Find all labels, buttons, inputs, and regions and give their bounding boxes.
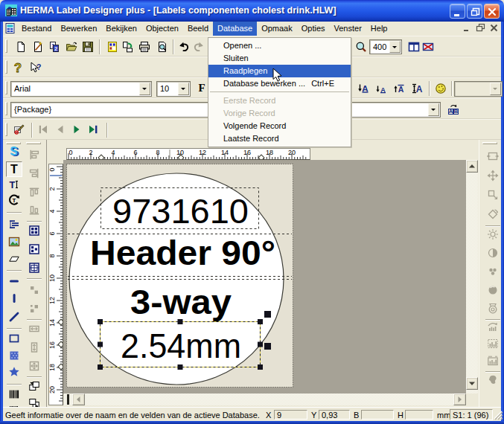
tool-align-top-button[interactable] [26, 184, 42, 200]
design-canvas[interactable]: 9731610 Header 90° 3-way 2.54mm [63, 160, 466, 394]
close-button[interactable] [484, 4, 500, 19]
tool-barcode-button[interactable] [6, 387, 22, 402]
duplicate-button[interactable] [119, 39, 135, 55]
toolbar-gripper[interactable] [5, 102, 7, 115]
tool-star-tool-button[interactable] [6, 364, 22, 380]
font-size-combo[interactable]: 10 [156, 81, 191, 97]
swap-ab-button[interactable]: AB [446, 102, 461, 117]
row-height-button[interactable]: A [409, 81, 424, 96]
view-sphere-button[interactable] [485, 283, 501, 298]
title-bar[interactable]: HERMA Label Designer plus - [Labels comp… [0, 0, 504, 22]
edit-record-button[interactable] [12, 122, 27, 137]
menu-item-opties[interactable]: Opties [297, 22, 330, 36]
pages-12-button[interactable]: 12 [46, 39, 63, 55]
help-button[interactable]: ? [10, 60, 26, 76]
tool-image-tool-button[interactable] [6, 234, 22, 250]
label-text-line2[interactable]: Header 90° [90, 233, 275, 272]
tool-select-s-button[interactable]: SS [6, 144, 22, 160]
context-help-button[interactable]: ? [28, 60, 44, 76]
zoom-level-combo[interactable]: 400 [369, 39, 402, 54]
tool-size-h-button[interactable] [26, 321, 42, 337]
view-chart-arrow-button[interactable] [485, 319, 501, 335]
open-folder-button[interactable] [63, 39, 80, 55]
view-chart-bars-button[interactable] [485, 336, 501, 352]
raise-top-button[interactable]: A [392, 81, 406, 96]
view-contrast-button[interactable] [485, 245, 501, 261]
palette-button[interactable] [433, 81, 448, 96]
toolbar-gripper[interactable] [5, 123, 7, 136]
toolbar-gripper[interactable] [5, 81, 7, 94]
tool-line-diag-button[interactable] [6, 309, 22, 325]
scroll-left-button[interactable] [72, 394, 85, 405]
mdi-document-icon[interactable] [4, 22, 16, 34]
vertical-scrollbar[interactable] [466, 160, 478, 394]
tool-text-cursor-button[interactable]: T [6, 177, 22, 193]
first-record-button[interactable] [36, 122, 51, 137]
font-name-combo[interactable]: Arial [10, 81, 152, 97]
view-chart-box-button[interactable] [485, 353, 501, 369]
resize-grip-icon[interactable] [493, 410, 503, 420]
tool-size-both-button[interactable] [26, 359, 42, 374]
mdi-close-button[interactable] [488, 23, 500, 33]
field-combo-arrow-icon[interactable] [428, 103, 439, 116]
tool-layer-forward-button[interactable] [26, 379, 42, 394]
tool-rect-tool-button[interactable] [6, 331, 22, 347]
tool-size-v-button[interactable] [26, 340, 42, 356]
undo-button[interactable] [176, 39, 192, 55]
save-button[interactable] [80, 39, 96, 55]
menu-item-database[interactable]: Database [213, 22, 257, 36]
toolbar-gripper[interactable] [5, 60, 7, 74]
toolbar-gripper[interactable] [5, 39, 7, 53]
view-blob-button[interactable] [485, 372, 501, 388]
zoom-magnifier-button[interactable] [353, 39, 369, 55]
tool-align-left-button[interactable] [26, 147, 42, 163]
zoom-combo-arrow-icon[interactable] [389, 41, 401, 53]
tool-line-v-button[interactable] [6, 291, 22, 306]
menu-item-objecten[interactable]: Objecten [141, 22, 183, 36]
tool-parallelogram-button[interactable] [6, 251, 22, 267]
menu-option-sluiten[interactable]: Sluiten [208, 52, 351, 65]
envelope-close-button[interactable] [421, 39, 436, 54]
mdi-minimize-button[interactable] [462, 23, 473, 33]
label-text-line4[interactable]: 2.54mm [121, 327, 241, 365]
print-preview-button[interactable] [154, 39, 170, 55]
wizard-document-button[interactable] [30, 39, 46, 55]
font-combo-arrow-icon[interactable] [139, 83, 150, 95]
tool-table-grid-blue-button[interactable] [26, 260, 42, 276]
font-size-arrow-icon[interactable] [178, 83, 189, 95]
tool-align-right-button[interactable] [26, 166, 42, 182]
tool-text-tool-button[interactable]: T [6, 161, 22, 177]
minimize-button[interactable] [450, 4, 465, 19]
style-combo[interactable] [454, 81, 503, 97]
view-fit-width-button[interactable] [485, 149, 501, 164]
shift-down-small-button[interactable]: A [374, 81, 389, 96]
tool-outline-list-button[interactable] [6, 217, 22, 233]
menu-item-beeld[interactable]: Beeld [183, 22, 213, 36]
menu-item-venster[interactable]: Venster [330, 22, 366, 36]
view-rotate-object-button[interactable] [485, 207, 501, 222]
tool-table-blue-button[interactable] [26, 223, 42, 239]
menu-option-openen[interactable]: Openen ... [208, 39, 351, 52]
tool-align-bottom-button[interactable] [26, 203, 42, 219]
label-text-line3[interactable]: 3-way [130, 282, 232, 321]
menu-item-bewerken[interactable]: Bewerken [56, 22, 101, 36]
menu-item-bekijken[interactable]: Bekijken [101, 22, 141, 36]
print-button[interactable] [136, 39, 153, 55]
label-format-button[interactable] [104, 39, 121, 55]
last-record-button[interactable] [86, 122, 101, 137]
menu-item-bestand[interactable]: Bestand [17, 22, 56, 36]
scroll-up-button[interactable] [466, 160, 478, 173]
horizontal-scrollbar[interactable] [64, 394, 466, 405]
tool-layer-backward-button[interactable] [26, 396, 42, 407]
view-brightness-button[interactable] [485, 227, 501, 242]
view-color-dots-button[interactable] [485, 264, 501, 280]
tool-squares-sm-1-button[interactable] [26, 283, 42, 298]
mdi-restore-button[interactable] [475, 23, 486, 33]
new-document-button[interactable] [13, 39, 29, 55]
tool-line-h-button[interactable] [6, 274, 22, 289]
tool-rotate-text-button[interactable]: T [6, 193, 22, 208]
tool-pattern-rect-button[interactable] [6, 348, 22, 364]
menu-option-volgende-record[interactable]: Volgende Record [208, 120, 351, 132]
shift-down-big-button[interactable]: A [356, 81, 371, 96]
redo-button[interactable] [191, 39, 207, 55]
